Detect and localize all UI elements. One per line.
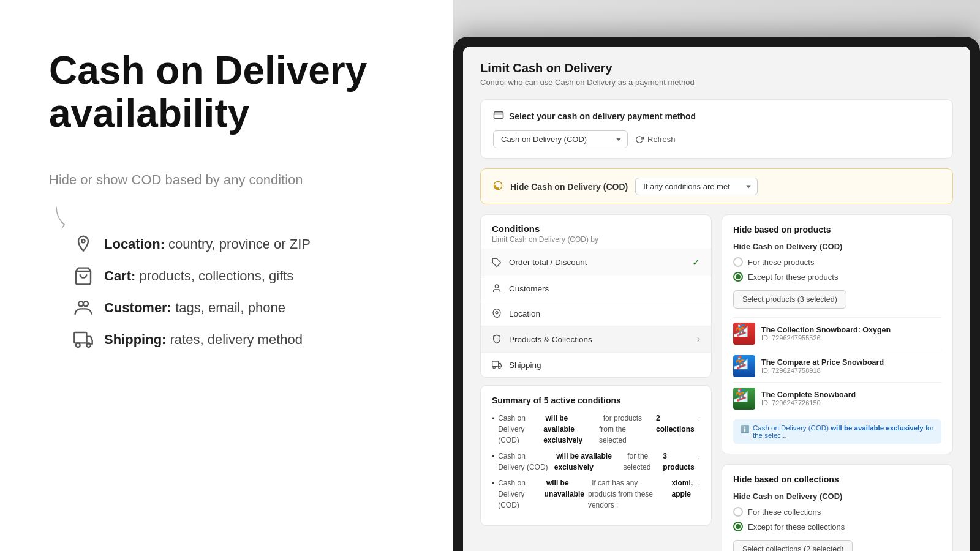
radio-except-collections[interactable]: Except for these collections (733, 522, 941, 531)
summary-item-1: Cash on Delivery (COD) will be available… (492, 413, 700, 446)
user-icon (492, 283, 502, 293)
product-id-3: ID: 7296247726150 (761, 399, 941, 407)
refresh-icon (635, 135, 644, 144)
collections-card: Hide based on collections Hide Cash on D… (722, 464, 953, 551)
radio-for-collections[interactable]: For these collections (733, 507, 941, 517)
select-collections-button[interactable]: Select collections (2 selected) (733, 540, 853, 551)
radio-group-products: For these products Except for these prod… (733, 257, 941, 282)
customer-icon (74, 298, 93, 318)
payment-section-title: Select your cash on delivery payment met… (509, 111, 696, 121)
condition-order-total-text: Order total / Discount (509, 258, 685, 267)
refresh-label: Refresh (647, 135, 676, 144)
summary-card: Summary of 5 active conditions Cash on D… (480, 385, 712, 526)
condition-location-text: Location (509, 309, 700, 318)
features-list: Limit Cash on Delivery Location: country… (74, 234, 416, 350)
svg-point-10 (496, 312, 498, 314)
feature-customer: Customer: tags, email, phone (74, 298, 416, 318)
radio-except-products[interactable]: Except for these products (733, 272, 941, 282)
product-name-1: The Collection Snowboard: Oxygen (761, 326, 941, 334)
hide-cod-label: Hide Cash on Delivery (COD) (510, 182, 628, 192)
radio-for-products[interactable]: For these products (733, 257, 941, 267)
arrow-indicator (49, 206, 416, 228)
feature-cart-text: Cart: products, collections, gifts (104, 268, 293, 284)
svg-point-13 (499, 367, 500, 369)
condition-item-order-total[interactable]: Order total / Discount ✓ (481, 249, 711, 276)
shield-icon (492, 334, 502, 344)
summary-item-3: Cash on Delivery (COD) will be unavailab… (492, 478, 700, 511)
select-products-button[interactable]: Select products (3 selected) (733, 290, 846, 309)
conditions-title: Conditions (492, 223, 700, 234)
svg-point-0 (81, 239, 85, 242)
product-id-1: ID: 7296247955526 (761, 334, 941, 342)
subtitle: Hide or show COD based by any condition (49, 172, 416, 188)
payment-method-value: Cash on Delivery (COD) (501, 135, 587, 144)
product-image-1: 🏂 (733, 323, 755, 345)
conditions-header: Conditions Limit Cash on Delivery (COD) … (481, 215, 711, 249)
condition-item-shipping[interactable]: Shipping (481, 352, 711, 377)
feature-shipping-text: Shipping: rates, delivery method (104, 332, 303, 348)
refresh-button[interactable]: Refresh (635, 135, 676, 144)
radio-circle-except (733, 272, 743, 282)
condition-item-products[interactable]: Products & Collections › (481, 326, 711, 352)
payment-icon (493, 110, 504, 123)
product-item-2: 🏂 The Compare at Price Snowboard ID: 729… (733, 350, 941, 382)
map-pin-icon (492, 309, 502, 318)
conditions-subtitle: Limit Cash on Delivery (COD) by (492, 235, 700, 244)
feature-customer-text: Customer: tags, email, phone (104, 300, 285, 316)
info-icon: ℹ️ (741, 425, 749, 433)
collections-card-title: Hide based on collections (733, 474, 941, 484)
product-item-1: 🏂 The Collection Snowboard: Oxygen ID: 7… (733, 317, 941, 350)
condition-shipping-text: Shipping (509, 361, 700, 370)
svg-point-5 (76, 343, 80, 347)
truck-icon (492, 360, 502, 370)
payment-method-row: Cash on Delivery (COD) Refresh (493, 130, 940, 148)
products-card: Hide based on products Hide Cash on Deli… (722, 214, 953, 454)
product-name-3: The Complete Snowboard (761, 391, 941, 399)
svg-rect-4 (74, 332, 86, 343)
svg-point-6 (86, 343, 91, 347)
radio-group-collections: For these collections Except for these c… (733, 507, 941, 531)
product-image-2: 🏂 (733, 355, 755, 377)
tablet-screen: Limit Cash on Delivery Control who can u… (463, 47, 970, 551)
left-panel: Cash on Delivery availability Hide or sh… (0, 0, 453, 551)
summary-title: Summary of 5 active conditions (492, 395, 700, 405)
feature-shipping: Shipping: rates, delivery method (74, 330, 416, 350)
product-info-2: The Compare at Price Snowboard ID: 72962… (761, 358, 941, 374)
svg-rect-11 (492, 361, 499, 367)
product-id-2: ID: 7296247758918 (761, 367, 941, 374)
section-header: Select your cash on delivery payment met… (493, 110, 940, 123)
condition-item-location[interactable]: Location (481, 301, 711, 326)
radio-circle-except-collections (733, 522, 743, 531)
chevron-right-icon: › (697, 334, 700, 345)
svg-rect-7 (494, 112, 503, 119)
products-panel: Hide based on products Hide Cash on Deli… (722, 214, 953, 551)
radio-circle-for (733, 257, 743, 267)
location-pin-icon (74, 234, 93, 254)
hide-cod-section: Hide Cash on Delivery (COD) If any condi… (480, 168, 953, 204)
condition-customers-text: Customers (509, 284, 700, 293)
main-grid: Conditions Limit Cash on Delivery (COD) … (480, 214, 953, 551)
info-text: Cash on Delivery (COD) will be available… (753, 424, 934, 439)
flame-icon (493, 181, 503, 193)
products-sub-title: Hide Cash on Delivery (COD) (733, 242, 941, 251)
tablet-frame: Limit Cash on Delivery Control who can u… (453, 37, 980, 551)
right-panel: Limit Cash on Delivery Control who can u… (453, 0, 980, 551)
check-icon: ✓ (692, 257, 700, 268)
page-subtitle: Control who can use Cash on Delivery as … (480, 78, 953, 87)
shipping-icon (74, 330, 93, 350)
payment-method-select[interactable]: Cash on Delivery (COD) (493, 130, 628, 148)
svg-point-9 (495, 285, 498, 288)
conditions-card: Conditions Limit Cash on Delivery (COD) … (480, 214, 712, 378)
main-title: Cash on Delivery availability (49, 49, 416, 135)
cart-icon (74, 266, 93, 286)
feature-location: Limit Cash on Delivery Location: country… (74, 234, 416, 254)
conditions-column: Conditions Limit Cash on Delivery (COD) … (480, 214, 712, 551)
svg-point-12 (493, 367, 495, 369)
summary-item-2: Cash on Delivery (COD) will be available… (492, 451, 700, 473)
product-info-1: The Collection Snowboard: Oxygen ID: 729… (761, 326, 941, 342)
condition-select[interactable]: If any conditions are met (635, 178, 758, 195)
condition-item-customers[interactable]: Customers (481, 276, 711, 301)
svg-point-3 (83, 301, 88, 306)
feature-cart: Cart: products, collections, gifts (74, 266, 416, 286)
product-image-3: 🏂 (733, 388, 755, 410)
